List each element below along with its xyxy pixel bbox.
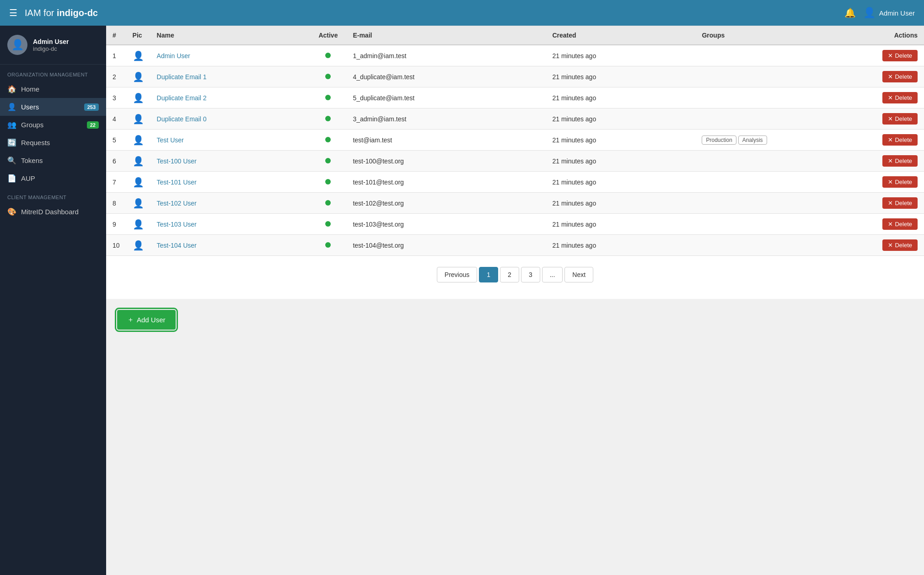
row-num: 4 <box>106 108 126 130</box>
home-icon: 🏠 <box>7 85 16 93</box>
row-email: 4_duplicate@iam.test <box>346 66 546 87</box>
sidebar-item-users[interactable]: 👤 Users 253 <box>0 98 106 116</box>
user-name-link[interactable]: Duplicate Email 0 <box>157 115 207 123</box>
col-header-groups: Groups <box>695 26 869 45</box>
group-tag: Production <box>702 136 736 145</box>
delete-button[interactable]: ✕ Delete <box>882 218 918 230</box>
row-pic: 👤 <box>126 214 150 235</box>
row-email: 5_duplicate@iam.test <box>346 87 546 108</box>
user-name-link[interactable]: Test User <box>157 136 184 144</box>
delete-button[interactable]: ✕ Delete <box>882 239 918 251</box>
row-created: 21 minutes ago <box>546 151 695 172</box>
page-1-button[interactable]: 1 <box>479 267 498 282</box>
row-groups <box>695 87 869 108</box>
page-2-button[interactable]: 2 <box>500 267 519 282</box>
app-title: IAM for indigo-dc <box>25 8 98 18</box>
row-active <box>310 66 346 87</box>
active-status-dot <box>325 200 331 206</box>
user-name-link[interactable]: Test-101 User <box>157 179 197 186</box>
users-table: 1 👤 Admin User 1_admin@iam.test 21 minut… <box>106 26 924 256</box>
users-icon: 👤 <box>7 103 16 111</box>
profile-info: Admin User indigo-dc <box>33 38 69 52</box>
navbar-left: ☰ IAM for indigo-dc <box>9 7 98 18</box>
delete-button[interactable]: ✕ Delete <box>882 50 918 61</box>
sidebar-item-home[interactable]: 🏠 Home <box>0 80 106 98</box>
delete-button[interactable]: ✕ Delete <box>882 71 918 82</box>
row-active <box>310 130 346 151</box>
page-3-button[interactable]: 3 <box>521 267 540 282</box>
previous-button[interactable]: Previous <box>437 267 477 282</box>
sidebar-item-requests[interactable]: 🔄 Requests <box>0 134 106 152</box>
sidebar-item-tokens[interactable]: 🔍 Tokens <box>0 152 106 169</box>
table-row: 1 👤 Admin User 1_admin@iam.test 21 minut… <box>106 45 924 66</box>
sidebar-profile: 👤 Admin User indigo-dc <box>0 26 106 65</box>
row-email: test-100@test.org <box>346 151 546 172</box>
user-name-link[interactable]: Admin User <box>157 52 190 60</box>
delete-button[interactable]: ✕ Delete <box>882 197 918 209</box>
org-name: indigo-dc <box>57 8 98 18</box>
row-name: Duplicate Email 2 <box>150 87 310 108</box>
add-user-label: Add User <box>137 316 166 324</box>
next-button[interactable]: Next <box>564 267 593 282</box>
row-groups <box>695 108 869 130</box>
user-avatar-icon: 👤 <box>133 219 144 229</box>
sidebar: 👤 Admin User indigo-dc Organization Mana… <box>0 26 106 575</box>
row-email: test@iam.test <box>346 130 546 151</box>
user-name-link[interactable]: Test-102 User <box>157 200 197 207</box>
user-name-link[interactable]: Duplicate Email 1 <box>157 73 207 81</box>
page-ellipsis-button[interactable]: ... <box>542 267 563 282</box>
sidebar-label-groups: Groups <box>21 121 82 129</box>
delete-icon: ✕ <box>888 157 893 164</box>
delete-button[interactable]: ✕ Delete <box>882 92 918 103</box>
user-name-link[interactable]: Test-104 User <box>157 242 197 249</box>
add-user-button[interactable]: ＋ Add User <box>117 310 176 330</box>
delete-button[interactable]: ✕ Delete <box>882 155 918 167</box>
sidebar-label-tokens: Tokens <box>21 157 99 164</box>
row-name: Test-104 User <box>150 235 310 256</box>
row-active <box>310 214 346 235</box>
table-row: 10 👤 Test-104 User test-104@test.org 21 … <box>106 235 924 256</box>
row-name: Duplicate Email 1 <box>150 66 310 87</box>
row-num: 7 <box>106 172 126 193</box>
client-management-label: Client management <box>0 187 106 203</box>
row-actions: ✕ Delete <box>869 193 924 214</box>
user-avatar-icon: 👤 <box>133 93 144 103</box>
delete-icon: ✕ <box>888 200 893 206</box>
bell-icon[interactable]: 🔔 <box>844 7 856 18</box>
row-name: Test User <box>150 130 310 151</box>
row-created: 21 minutes ago <box>546 172 695 193</box>
profile-name: Admin User <box>33 38 69 45</box>
sidebar-item-mitreid[interactable]: 🎨 MitreID Dashboard <box>0 203 106 221</box>
table-row: 6 👤 Test-100 User test-100@test.org 21 m… <box>106 151 924 172</box>
row-actions: ✕ Delete <box>869 130 924 151</box>
table-row: 4 👤 Duplicate Email 0 3_admin@iam.test 2… <box>106 108 924 130</box>
user-avatar-icon: 👤 <box>133 240 144 250</box>
row-pic: 👤 <box>126 66 150 87</box>
delete-icon: ✕ <box>888 115 893 122</box>
row-actions: ✕ Delete <box>869 172 924 193</box>
row-email: test-104@test.org <box>346 235 546 256</box>
delete-button[interactable]: ✕ Delete <box>882 176 918 188</box>
row-groups <box>695 193 869 214</box>
sidebar-avatar: 👤 <box>7 35 27 55</box>
sidebar-item-aup[interactable]: 📄 AUP <box>0 169 106 187</box>
delete-button[interactable]: ✕ Delete <box>882 113 918 125</box>
row-groups <box>695 45 869 66</box>
aup-icon: 📄 <box>7 174 16 183</box>
delete-icon: ✕ <box>888 221 893 228</box>
hamburger-icon[interactable]: ☰ <box>9 7 17 18</box>
user-name-link[interactable]: Duplicate Email 2 <box>157 94 207 102</box>
row-actions: ✕ Delete <box>869 66 924 87</box>
row-num: 3 <box>106 87 126 108</box>
add-user-icon: ＋ <box>127 315 134 324</box>
active-status-dot <box>325 137 331 142</box>
navbar-right: 🔔 👤 Admin User <box>844 7 915 19</box>
sidebar-item-groups[interactable]: 👥 Groups 22 <box>0 116 106 134</box>
user-name-link[interactable]: Test-103 User <box>157 221 197 228</box>
user-name-link[interactable]: Test-100 User <box>157 157 197 165</box>
navbar-user: 👤 Admin User <box>863 7 915 19</box>
navbar-admin-label: Admin User <box>879 9 915 17</box>
row-num: 10 <box>106 235 126 256</box>
active-status-dot <box>325 179 331 184</box>
delete-button[interactable]: ✕ Delete <box>882 134 918 146</box>
